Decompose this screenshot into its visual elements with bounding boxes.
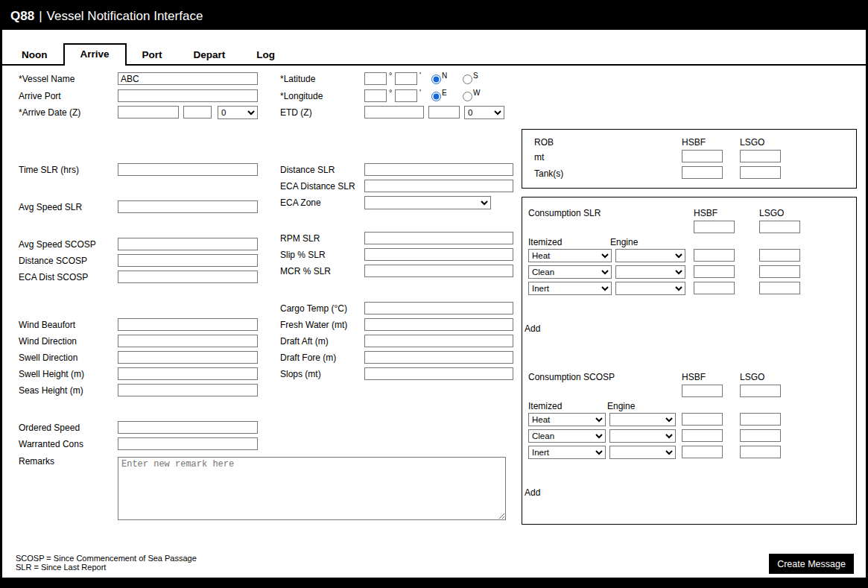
- slip-slr-label: Slip % SLR: [280, 250, 326, 260]
- consumption-slr-heat-lsgo-input[interactable]: [759, 249, 800, 262]
- consumption-slr-itemized-select-inert[interactable]: Inert: [528, 282, 612, 295]
- arrive-date-input[interactable]: [118, 106, 179, 118]
- arrive-port-input[interactable]: [118, 89, 258, 102]
- consumption-scosp-col-lsgo: LSGO: [740, 372, 764, 382]
- consumption-slr-inert-lsgo-input[interactable]: [759, 282, 800, 294]
- consumption-slr-clean-lsgo-input[interactable]: [759, 265, 800, 278]
- etd-date-input[interactable]: [364, 106, 424, 118]
- slip-slr-input[interactable]: [364, 248, 513, 261]
- consumption-scosp-clean-lsgo-input[interactable]: [740, 429, 781, 442]
- tab-arrive[interactable]: Arrive: [63, 43, 127, 66]
- seas-height-input[interactable]: [118, 384, 258, 396]
- longitude-east-label: E: [442, 89, 447, 97]
- ordered-speed-input[interactable]: [118, 421, 258, 434]
- longitude-west-radio[interactable]: [463, 92, 472, 101]
- arrive-time-input[interactable]: [183, 106, 212, 118]
- rob-mt-lsgo-input[interactable]: [740, 150, 781, 162]
- consumption-scosp-add-link[interactable]: Add: [525, 487, 540, 498]
- consumption-slr-heat-hsbf-input[interactable]: [694, 249, 735, 262]
- rob-tanks-hsbf-input[interactable]: [682, 166, 723, 179]
- arrive-timezone-select[interactable]: 0: [218, 106, 258, 119]
- eca-distance-slr-input[interactable]: [364, 180, 513, 192]
- consumption-scosp-heat-lsgo-input[interactable]: [740, 413, 781, 426]
- rpm-slr-input[interactable]: [364, 232, 513, 244]
- consumption-scosp-itemized-select-clean[interactable]: Clean: [528, 429, 606, 443]
- consumption-slr-total-hsbf-input[interactable]: [694, 221, 735, 233]
- consumption-scosp-clean-hsbf-input[interactable]: [682, 429, 723, 442]
- eca-zone-select[interactable]: [364, 196, 491, 209]
- avg-speed-slr-input[interactable]: [118, 200, 258, 213]
- cargo-temp-input[interactable]: [364, 302, 513, 314]
- consumption-slr-add-link[interactable]: Add: [525, 323, 540, 334]
- latitude-south-radio[interactable]: [463, 75, 472, 84]
- wind-direction-label: Wind Direction: [19, 336, 77, 347]
- longitude-degrees-input[interactable]: [364, 89, 387, 102]
- latitude-north-radio[interactable]: [431, 75, 441, 84]
- tab-log[interactable]: Log: [241, 45, 291, 64]
- consumption-slr-engine-select-3[interactable]: [615, 282, 685, 295]
- distance-slr-input[interactable]: [364, 163, 513, 176]
- consumption-scosp-itemized-select-inert[interactable]: Inert: [528, 446, 606, 459]
- time-slr-input[interactable]: [118, 163, 258, 176]
- consumption-scosp-total-hsbf-input[interactable]: [682, 385, 723, 397]
- etd-timezone-select[interactable]: 0: [464, 106, 504, 119]
- wind-direction-input[interactable]: [118, 335, 258, 347]
- consumption-slr-engine-select-2[interactable]: [615, 265, 685, 279]
- etd-time-input[interactable]: [428, 106, 460, 118]
- consumption-scosp-inert-hsbf-input[interactable]: [682, 446, 723, 458]
- rob-tanks-lsgo-input[interactable]: [740, 166, 781, 179]
- longitude-minutes-input[interactable]: [395, 89, 417, 102]
- consumption-scosp-itemized-select-heat[interactable]: Heat: [528, 413, 606, 426]
- consumption-scosp-total-lsgo-input[interactable]: [740, 385, 781, 397]
- consumption-scosp-engine-select-2[interactable]: [609, 429, 676, 443]
- consumption-slr-engine-select-1[interactable]: [615, 249, 685, 262]
- tab-port[interactable]: Port: [127, 45, 178, 64]
- consumption-scosp-title: Consumption SCOSP: [528, 372, 615, 382]
- warranted-cons-input[interactable]: [118, 437, 258, 450]
- rob-tanks-label: Tank(s): [534, 168, 563, 179]
- rob-mt-hsbf-input[interactable]: [682, 150, 723, 162]
- latitude-degrees-input[interactable]: [364, 72, 387, 85]
- eca-zone-label: ECA Zone: [280, 197, 321, 208]
- swell-height-label: Swell Height (m): [19, 369, 84, 379]
- slops-input[interactable]: [364, 367, 513, 380]
- consumption-scosp-inert-lsgo-input[interactable]: [740, 446, 781, 458]
- distance-scosp-input[interactable]: [118, 254, 258, 267]
- tab-noon[interactable]: Noon: [6, 45, 63, 64]
- draft-fore-input[interactable]: [364, 351, 513, 364]
- avg-speed-scosp-input[interactable]: [118, 238, 258, 250]
- draft-aft-input[interactable]: [364, 335, 513, 347]
- consumption-scosp-engine-select-3[interactable]: [609, 446, 676, 459]
- consumption-scosp-engine-select-1[interactable]: [609, 413, 676, 426]
- latitude-minutes-input[interactable]: [395, 72, 417, 85]
- consumption-scosp-heat-hsbf-input[interactable]: [682, 413, 723, 426]
- header-separator: |: [39, 9, 42, 24]
- app-header: Q88 | Vessel Notification Interface: [2, 2, 866, 30]
- consumption-slr-itemized-select-heat[interactable]: Heat: [528, 249, 612, 262]
- legend-scosp: SCOSP = Since Commencement of Sea Passag…: [16, 554, 197, 563]
- consumption-slr-inert-hsbf-input[interactable]: [694, 282, 735, 294]
- wind-beaufort-input[interactable]: [118, 318, 258, 331]
- fresh-water-input[interactable]: [364, 318, 513, 331]
- distance-scosp-label: Distance SCOSP: [19, 256, 87, 266]
- consumption-slr-itemized-select-clean[interactable]: Clean: [528, 265, 612, 279]
- swell-height-input[interactable]: [118, 367, 258, 380]
- swell-direction-input[interactable]: [118, 351, 258, 364]
- latitude-north-label: N: [442, 72, 447, 80]
- arrive-port-label: Arrive Port: [19, 91, 61, 101]
- longitude-east-radio[interactable]: [431, 92, 441, 101]
- tab-depart[interactable]: Depart: [178, 45, 241, 64]
- remarks-label: Remarks: [19, 456, 54, 467]
- legend-slr: SLR = Since Last Report: [16, 563, 106, 572]
- vessel-name-input[interactable]: [118, 72, 258, 85]
- rob-col-lsgo: LSGO: [740, 137, 764, 148]
- longitude-label: *Longitude: [280, 91, 323, 101]
- vessel-notification-window: Q88 | Vessel Notification Interface Noon…: [0, 0, 868, 588]
- create-message-button[interactable]: Create Message: [769, 554, 854, 574]
- consumption-slr-clean-hsbf-input[interactable]: [694, 265, 735, 278]
- eca-dist-scosp-input[interactable]: [118, 271, 258, 283]
- remarks-textarea[interactable]: [118, 457, 506, 520]
- mcr-slr-input[interactable]: [364, 265, 513, 277]
- rob-mt-label: mt: [534, 152, 544, 162]
- consumption-slr-total-lsgo-input[interactable]: [759, 221, 800, 233]
